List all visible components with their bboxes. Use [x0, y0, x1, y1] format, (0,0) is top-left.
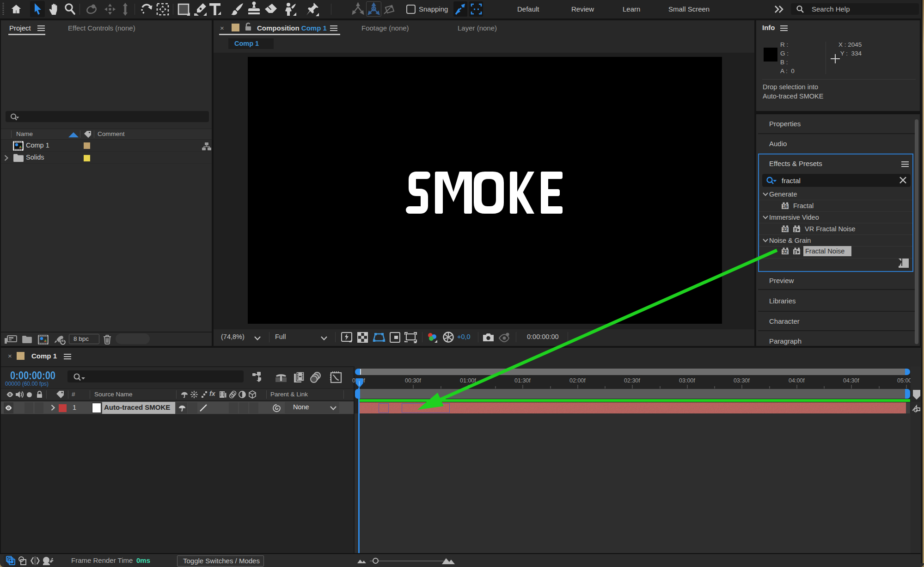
svg-text:32: 32: [783, 227, 788, 232]
svg-text:16: 16: [783, 204, 788, 209]
svg-text:32: 32: [783, 249, 788, 254]
